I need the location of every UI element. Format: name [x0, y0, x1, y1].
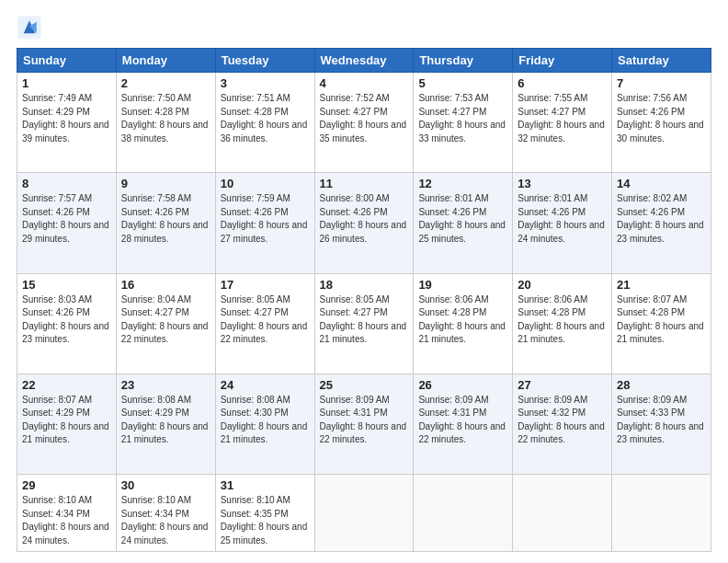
day-info: Sunrise: 8:10 AMSunset: 4:34 PMDaylight:… [121, 495, 209, 546]
calendar-week-row: 22 Sunrise: 8:07 AMSunset: 4:29 PMDaylig… [17, 373, 711, 474]
calendar-day-cell [513, 475, 612, 552]
calendar-day-cell: 25 Sunrise: 8:09 AMSunset: 4:31 PMDaylig… [314, 373, 414, 474]
day-info: Sunrise: 7:52 AMSunset: 4:27 PMDaylight:… [320, 93, 407, 144]
logo [17, 15, 46, 40]
weekday-header: Saturday [612, 49, 711, 73]
day-number: 26 [418, 378, 507, 392]
day-number: 18 [320, 278, 409, 292]
calendar-day-cell: 24 Sunrise: 8:08 AMSunset: 4:30 PMDaylig… [215, 373, 314, 474]
day-info: Sunrise: 8:10 AMSunset: 4:34 PMDaylight:… [22, 495, 109, 546]
day-number: 10 [221, 177, 310, 190]
calendar-day-cell: 29 Sunrise: 8:10 AMSunset: 4:34 PMDaylig… [17, 475, 117, 552]
calendar-day-cell: 1 Sunrise: 7:49 AMSunset: 4:29 PMDayligh… [17, 73, 117, 173]
day-number: 24 [221, 378, 310, 392]
day-info: Sunrise: 8:09 AMSunset: 4:31 PMDaylight:… [320, 395, 407, 445]
calendar-day-cell: 26 Sunrise: 8:09 AMSunset: 4:31 PMDaylig… [414, 373, 513, 474]
weekday-header: Thursday [414, 49, 513, 73]
day-number: 30 [121, 478, 210, 492]
calendar-day-cell: 8 Sunrise: 7:57 AMSunset: 4:26 PMDayligh… [17, 173, 117, 273]
weekday-header: Tuesday [215, 49, 314, 73]
day-number: 3 [221, 76, 310, 90]
day-number: 23 [121, 378, 210, 392]
day-number: 25 [320, 378, 409, 392]
day-info: Sunrise: 7:51 AMSunset: 4:28 PMDaylight:… [221, 93, 308, 144]
weekday-header: Wednesday [314, 49, 414, 73]
day-number: 8 [22, 177, 111, 190]
day-info: Sunrise: 8:08 AMSunset: 4:29 PMDaylight:… [121, 395, 209, 445]
calendar-day-cell: 31 Sunrise: 8:10 AMSunset: 4:35 PMDaylig… [215, 475, 314, 552]
day-number: 27 [518, 378, 607, 392]
day-number: 22 [22, 378, 111, 392]
calendar-day-cell [314, 475, 414, 552]
weekday-header: Sunday [17, 49, 117, 73]
calendar-day-cell: 5 Sunrise: 7:53 AMSunset: 4:27 PMDayligh… [414, 73, 513, 173]
calendar-week-row: 8 Sunrise: 7:57 AMSunset: 4:26 PMDayligh… [17, 173, 711, 273]
day-info: Sunrise: 8:10 AMSunset: 4:35 PMDaylight:… [221, 495, 308, 546]
logo-icon [17, 15, 42, 40]
day-info: Sunrise: 8:07 AMSunset: 4:28 PMDaylight:… [617, 294, 704, 345]
calendar-table: SundayMondayTuesdayWednesdayThursdayFrid… [17, 48, 711, 552]
calendar-day-cell: 21 Sunrise: 8:07 AMSunset: 4:28 PMDaylig… [612, 273, 711, 373]
calendar-day-cell: 7 Sunrise: 7:56 AMSunset: 4:26 PMDayligh… [612, 73, 711, 173]
day-info: Sunrise: 7:53 AMSunset: 4:27 PMDaylight:… [418, 93, 506, 144]
day-info: Sunrise: 8:01 AMSunset: 4:26 PMDaylight:… [418, 193, 506, 244]
day-info: Sunrise: 8:00 AMSunset: 4:26 PMDaylight:… [320, 193, 407, 244]
day-number: 29 [22, 478, 111, 492]
calendar-day-cell: 3 Sunrise: 7:51 AMSunset: 4:28 PMDayligh… [215, 73, 314, 173]
calendar-day-cell: 28 Sunrise: 8:09 AMSunset: 4:33 PMDaylig… [612, 373, 711, 474]
day-info: Sunrise: 8:02 AMSunset: 4:26 PMDaylight:… [617, 193, 704, 244]
day-info: Sunrise: 7:59 AMSunset: 4:26 PMDaylight:… [221, 193, 308, 244]
day-number: 31 [221, 478, 310, 492]
day-info: Sunrise: 8:03 AMSunset: 4:26 PMDaylight:… [22, 294, 109, 345]
day-info: Sunrise: 8:09 AMSunset: 4:33 PMDaylight:… [617, 395, 704, 445]
day-number: 17 [221, 278, 310, 292]
day-number: 14 [617, 177, 706, 190]
calendar-day-cell: 6 Sunrise: 7:55 AMSunset: 4:27 PMDayligh… [513, 73, 612, 173]
day-info: Sunrise: 7:55 AMSunset: 4:27 PMDaylight:… [518, 93, 605, 144]
calendar-day-cell: 13 Sunrise: 8:01 AMSunset: 4:26 PMDaylig… [513, 173, 612, 273]
day-info: Sunrise: 8:06 AMSunset: 4:28 PMDaylight:… [518, 294, 605, 345]
calendar-day-cell: 12 Sunrise: 8:01 AMSunset: 4:26 PMDaylig… [414, 173, 513, 273]
calendar-day-cell: 27 Sunrise: 8:09 AMSunset: 4:32 PMDaylig… [513, 373, 612, 474]
day-info: Sunrise: 8:05 AMSunset: 4:27 PMDaylight:… [221, 294, 308, 345]
day-number: 16 [121, 278, 210, 292]
day-number: 11 [320, 177, 409, 190]
weekday-header: Monday [116, 49, 215, 73]
weekday-header: Friday [513, 49, 612, 73]
calendar-day-cell [612, 475, 711, 552]
day-info: Sunrise: 8:09 AMSunset: 4:31 PMDaylight:… [418, 395, 506, 445]
header [17, 15, 711, 40]
calendar-day-cell: 10 Sunrise: 7:59 AMSunset: 4:26 PMDaylig… [215, 173, 314, 273]
day-number: 20 [518, 278, 607, 292]
calendar-week-row: 1 Sunrise: 7:49 AMSunset: 4:29 PMDayligh… [17, 73, 711, 173]
calendar-day-cell: 18 Sunrise: 8:05 AMSunset: 4:27 PMDaylig… [314, 273, 414, 373]
day-number: 12 [418, 177, 507, 190]
day-number: 21 [617, 278, 706, 292]
page: SundayMondayTuesdayWednesdayThursdayFrid… [0, 0, 728, 563]
day-number: 1 [22, 76, 111, 90]
calendar-day-cell: 30 Sunrise: 8:10 AMSunset: 4:34 PMDaylig… [116, 475, 215, 552]
calendar-day-cell: 2 Sunrise: 7:50 AMSunset: 4:28 PMDayligh… [116, 73, 215, 173]
day-number: 7 [617, 76, 706, 90]
day-info: Sunrise: 7:56 AMSunset: 4:26 PMDaylight:… [617, 93, 704, 144]
day-info: Sunrise: 8:06 AMSunset: 4:28 PMDaylight:… [418, 294, 506, 345]
day-number: 5 [418, 76, 507, 90]
day-info: Sunrise: 8:04 AMSunset: 4:27 PMDaylight:… [121, 294, 209, 345]
day-info: Sunrise: 7:50 AMSunset: 4:28 PMDaylight:… [121, 93, 209, 144]
day-info: Sunrise: 8:05 AMSunset: 4:27 PMDaylight:… [320, 294, 407, 345]
calendar-day-cell: 19 Sunrise: 8:06 AMSunset: 4:28 PMDaylig… [414, 273, 513, 373]
calendar-day-cell: 14 Sunrise: 8:02 AMSunset: 4:26 PMDaylig… [612, 173, 711, 273]
day-number: 4 [320, 76, 409, 90]
day-info: Sunrise: 7:57 AMSunset: 4:26 PMDaylight:… [22, 193, 109, 244]
calendar-header-row: SundayMondayTuesdayWednesdayThursdayFrid… [17, 49, 711, 73]
day-number: 15 [22, 278, 111, 292]
calendar-day-cell: 23 Sunrise: 8:08 AMSunset: 4:29 PMDaylig… [116, 373, 215, 474]
calendar-day-cell: 9 Sunrise: 7:58 AMSunset: 4:26 PMDayligh… [116, 173, 215, 273]
calendar-day-cell: 4 Sunrise: 7:52 AMSunset: 4:27 PMDayligh… [314, 73, 414, 173]
day-info: Sunrise: 8:07 AMSunset: 4:29 PMDaylight:… [22, 395, 109, 445]
calendar-day-cell [414, 475, 513, 552]
calendar-day-cell: 17 Sunrise: 8:05 AMSunset: 4:27 PMDaylig… [215, 273, 314, 373]
day-info: Sunrise: 8:08 AMSunset: 4:30 PMDaylight:… [221, 395, 308, 445]
day-info: Sunrise: 7:49 AMSunset: 4:29 PMDaylight:… [22, 93, 109, 144]
calendar-day-cell: 20 Sunrise: 8:06 AMSunset: 4:28 PMDaylig… [513, 273, 612, 373]
